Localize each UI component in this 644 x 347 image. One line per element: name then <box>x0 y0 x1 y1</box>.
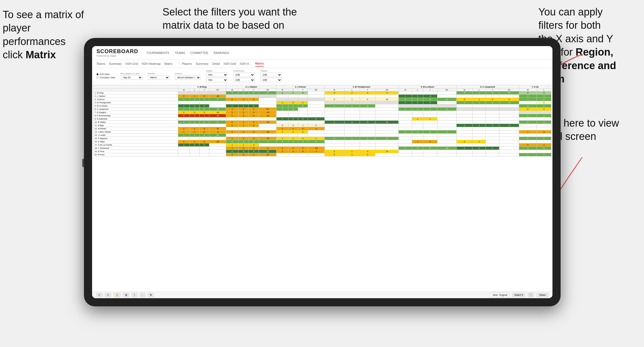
view-full[interactable]: Full View <box>96 73 115 76</box>
subnav-summary2[interactable]: Summary <box>196 61 209 66</box>
players-select1[interactable]: (All) <box>260 73 282 77</box>
radio-compact <box>96 76 99 79</box>
conference-select1[interactable]: (All) <box>233 73 255 77</box>
matrix-cell <box>412 143 423 147</box>
matrix-cell <box>308 91 324 95</box>
matrix-cell <box>308 143 324 147</box>
matrix-cell <box>209 104 226 108</box>
matrix-cell <box>190 147 200 150</box>
watch-button[interactable]: Watch ▾ <box>512 293 525 297</box>
view-original-button[interactable]: View: Original <box>490 293 510 297</box>
matrix-cell <box>375 95 399 98</box>
matrix-cell <box>308 108 324 111</box>
matrix-cell <box>423 150 437 153</box>
max-players-select[interactable]: Top 25 <box>121 75 142 80</box>
matrix-cell <box>473 121 486 124</box>
nav-tournaments[interactable]: TOURNAMENTS <box>146 50 169 56</box>
sh-4-w: W <box>324 89 344 91</box>
matrix-cell: 0 <box>298 91 308 95</box>
matrix-cell: 0 <box>486 91 499 95</box>
matrix-cell: 1 <box>519 114 536 117</box>
matrix-cell <box>499 127 519 130</box>
matrix-cell: 0 <box>308 124 324 127</box>
matrix-cell <box>259 95 277 98</box>
hand-tool-button[interactable]: ✋ <box>114 293 121 297</box>
crop-button[interactable]: ⊞ <box>123 293 129 297</box>
redo-button[interactable]: ↪ <box>105 293 111 297</box>
matrix-cell: 13 <box>499 91 519 95</box>
settings-button[interactable]: ⚙ <box>148 293 154 297</box>
fullscreen-button[interactable]: ⛶ <box>528 293 534 297</box>
share-button[interactable]: Share <box>537 293 548 297</box>
subnav-teams[interactable]: Teams <box>96 61 105 66</box>
matrix-cell: 0 <box>209 121 226 124</box>
subnav-matrix-active[interactable]: Matrix <box>255 61 264 67</box>
matrix-cell <box>399 143 412 147</box>
matrix-cell <box>226 95 238 98</box>
region-select2[interactable]: N/A <box>206 78 228 82</box>
matrix-cell <box>178 101 190 104</box>
matrix-cell <box>324 124 344 127</box>
matrix-cell: 1 <box>486 147 499 150</box>
nav-teams[interactable]: TEAMS <box>175 50 185 56</box>
zoom-in-button[interactable]: + <box>132 293 137 297</box>
undo-button[interactable]: ↩ <box>96 293 102 297</box>
matrix-cell: 0 <box>288 124 298 127</box>
matrix-cell <box>437 140 456 143</box>
matrix-cell: 1 <box>238 98 249 101</box>
matrix-cell <box>178 124 190 127</box>
matrix-cell: 1 <box>344 137 360 140</box>
nav-committee[interactable]: COMMITTEE <box>190 50 208 56</box>
gender-select[interactable]: Men's <box>148 75 170 80</box>
tablet-frame: SCOREBOARD Powered by clippd TOURNAMENTS… <box>84 38 561 306</box>
subnav-h2h-grid2[interactable]: H2H Grid <box>224 61 236 66</box>
subnav-detail[interactable]: Detail <box>212 61 220 66</box>
subnav-h2h-grid[interactable]: H2H Grid <box>125 61 138 66</box>
view-compact[interactable]: Compact View <box>96 76 115 79</box>
matrix-cell <box>259 134 277 137</box>
zoom-out-button[interactable]: − <box>140 293 145 297</box>
subnav-matrix-left[interactable]: Matrix <box>164 61 173 66</box>
players-select2[interactable]: (All) <box>260 78 282 82</box>
sh-1-t: T <box>200 89 209 91</box>
matrix-cell: 1 <box>344 91 360 95</box>
matrix-cell: 1 <box>226 143 238 147</box>
matrix-cell <box>324 140 344 143</box>
matrix-cell <box>412 104 423 108</box>
matrix-cell <box>308 111 324 114</box>
division-select[interactable]: NCAA Division I <box>175 75 201 80</box>
matrix-cell <box>437 117 456 121</box>
matrix-cell: 1 <box>344 153 360 156</box>
matrix-cell <box>499 137 519 140</box>
sh-1-l: L <box>190 89 200 91</box>
matrix-cell: 1 <box>456 101 473 104</box>
matrix-cell: 0 <box>226 98 238 101</box>
nav-rankings[interactable]: RANKINGS <box>214 50 229 56</box>
matrix-cell: 0 <box>486 98 499 101</box>
subnav-h2h-h[interactable]: H2H H... <box>240 61 251 66</box>
matrix-cell <box>298 108 308 111</box>
region-select1[interactable]: N/A <box>206 73 228 77</box>
matrix-cell: 1 <box>277 91 288 95</box>
matrix-cell <box>360 127 375 130</box>
subnav-h2h-heatmap[interactable]: H2H Heatmap <box>142 61 161 66</box>
matrix-cell <box>399 114 412 117</box>
matrix-cell: -10 <box>437 147 456 150</box>
player-name-cell: 7. G Sargent <box>93 111 178 114</box>
matrix-cell: 0 <box>360 150 375 153</box>
matrix-cell <box>375 104 399 108</box>
subnav-players[interactable]: Players <box>179 61 192 66</box>
matrix-cell <box>298 153 308 156</box>
matrix-cell: 3 <box>238 153 249 156</box>
matrix-cell <box>437 104 456 108</box>
matrix-cell: 3 <box>238 147 249 150</box>
matrix-cell: -19 <box>259 130 277 134</box>
conference-select2[interactable]: (All) <box>233 78 255 82</box>
subnav-summary[interactable]: Summary <box>109 61 122 66</box>
matrix-cell <box>423 121 437 124</box>
matrix-cell: 2 <box>537 91 551 95</box>
matrix-sub-corner <box>93 89 178 91</box>
matrix-cell <box>473 143 486 147</box>
matrix-cell <box>537 150 551 153</box>
matrix-cell: 0 <box>298 140 308 143</box>
